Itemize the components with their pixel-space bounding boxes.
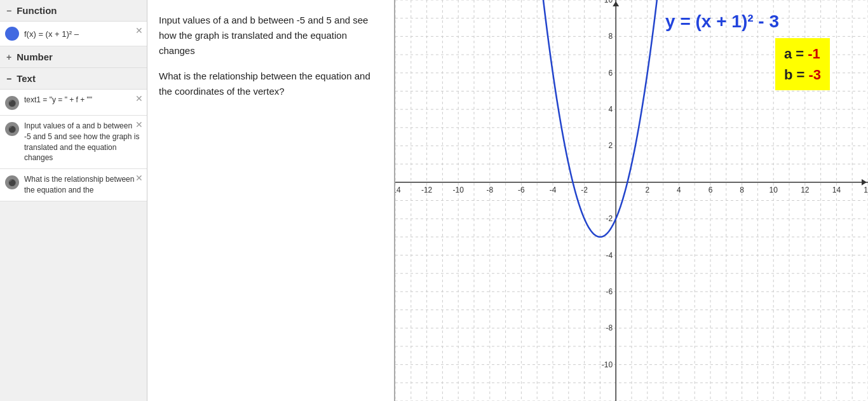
function-section-label: Function (17, 5, 57, 16)
value-box: a = -1 b = -3 (775, 38, 830, 90)
function-section-header[interactable]: − Function (0, 0, 147, 22)
function-item: f(x) = (x + 1)² – ✕ (0, 22, 147, 46)
text-section-header[interactable]: − Text (0, 68, 147, 90)
center-paragraph-1: Input values of a and b between -5 and 5… (159, 13, 383, 58)
text-item-1-icon[interactable]: ⚫ (5, 96, 19, 110)
text-item-2-content[interactable]: Input values of a and b between -5 and 5… (24, 121, 140, 163)
text-item-1-formula[interactable]: text1 = "y = " + f + "" (24, 95, 140, 105)
text-item-2-icon[interactable]: ⚫ (5, 122, 19, 136)
center-paragraph-2: What is the relationship between the equ… (159, 69, 383, 99)
function-color-dot[interactable] (5, 27, 19, 41)
number-section-header[interactable]: + Number (0, 46, 147, 68)
text-item-1: ⚫ text1 = "y = " + f + "" ✕ (0, 90, 147, 116)
graph-equation-label: y = (x + 1)² - 3 (665, 11, 779, 32)
text-item-2-close-icon[interactable]: ✕ (135, 119, 143, 130)
number-section-label: Number (17, 51, 53, 62)
number-toggle-icon: + (6, 52, 11, 62)
left-panel: − Function f(x) = (x + 1)² – ✕ + Number … (0, 0, 147, 401)
text-item-2: ⚫ Input values of a and b between -5 and… (0, 116, 147, 169)
a-value-row: a = -1 (784, 43, 821, 64)
text-section-label: Text (17, 73, 36, 84)
function-formula[interactable]: f(x) = (x + 1)² – (24, 29, 140, 39)
text-item-3-content[interactable]: What is the relationship between the equ… (24, 174, 140, 196)
text-item-3-icon[interactable]: ⚫ (5, 175, 19, 189)
text-toggle-icon: − (6, 74, 11, 84)
function-close-icon[interactable]: ✕ (135, 25, 143, 36)
text-item-3: ⚫ What is the relationship between the e… (0, 169, 147, 201)
a-label: a = (784, 46, 808, 62)
center-panel: Input values of a and b between -5 and 5… (147, 0, 395, 401)
function-toggle-icon: − (6, 6, 11, 16)
b-value-row: b = -3 (784, 64, 821, 85)
graph-area[interactable]: y = (x + 1)² - 3 a = -1 b = -3 (395, 0, 868, 401)
text-item-1-close-icon[interactable]: ✕ (135, 93, 143, 104)
a-value: -1 (808, 46, 820, 62)
b-value: -3 (808, 67, 821, 83)
b-label: b = (784, 67, 809, 83)
text-item-3-close-icon[interactable]: ✕ (135, 173, 143, 183)
